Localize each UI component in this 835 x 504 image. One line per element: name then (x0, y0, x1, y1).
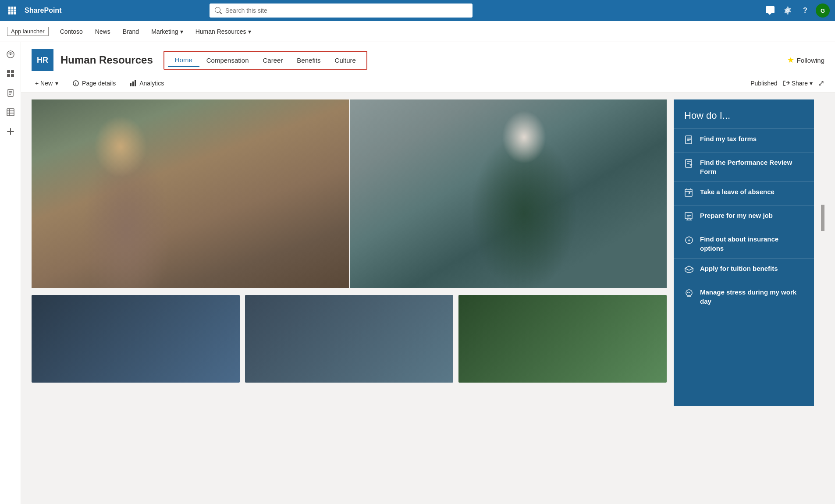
new-label: + New (35, 80, 53, 87)
svg-rect-7 (11, 12, 14, 14)
tax-forms-icon (684, 135, 694, 147)
main-content: HR Human Resources Home Compensation Car… (21, 42, 835, 504)
settings-icon[interactable] (781, 4, 795, 18)
new-chevron-icon: ▾ (55, 80, 58, 87)
table-icon[interactable] (2, 103, 19, 121)
right-panel-item-tuition[interactable]: Apply for tuition benefits (674, 258, 814, 282)
analytics-icon (130, 80, 137, 87)
person-left-bg (32, 99, 349, 288)
nav-brand[interactable]: Brand (117, 21, 145, 42)
svg-rect-27 (686, 136, 692, 144)
hero-images: Take the employee poll Interviewing: How… (32, 99, 667, 288)
following-button[interactable]: ★ Following (787, 55, 824, 65)
analytics-label: Analytics (139, 80, 164, 87)
leave-text: Take a leave of absence (700, 187, 775, 196)
new-button[interactable]: + New ▾ (32, 78, 62, 89)
svg-rect-19 (7, 109, 14, 116)
star-icon: ★ (787, 55, 794, 65)
waffle-icon[interactable] (5, 4, 19, 18)
review-form-text: Find the Performance Review Form (700, 158, 803, 176)
hero-image-right: Interviewing: How to find the right fit … (350, 99, 667, 288)
new-job-icon (684, 212, 694, 224)
app-launcher-button[interactable]: App launcher (7, 27, 49, 36)
svg-rect-11 (7, 70, 10, 73)
svg-point-10 (10, 53, 11, 55)
right-panel-item-leave[interactable]: Take a leave of absence (674, 181, 814, 205)
right-panel-item-tax[interactable]: Find my tax forms (674, 128, 814, 152)
right-panel-item-stress[interactable]: Manage stress during my work day (674, 282, 814, 311)
share-icon (783, 80, 790, 87)
review-form-icon (684, 159, 694, 170)
new-job-text: Prepare for my new job (700, 211, 773, 220)
sharepoint-logo: SharePoint (25, 7, 61, 14)
tab-career[interactable]: Career (256, 54, 290, 67)
nav-human-resources[interactable]: Human Resources ▾ (189, 21, 257, 42)
page-details-label: Page details (82, 80, 116, 87)
page-layout: HR Human Resources Home Compensation Car… (0, 42, 835, 504)
svg-rect-6 (8, 12, 11, 14)
toolbar: + New ▾ Page details Analytics Published… (21, 75, 835, 92)
hero-section: Take the employee poll Interviewing: How… (32, 99, 667, 383)
site-title: Human Resources (60, 54, 153, 66)
following-label: Following (797, 57, 824, 64)
published-badge: Published (750, 80, 778, 87)
nav-contoso[interactable]: Contoso (54, 21, 89, 42)
tab-home[interactable]: Home (168, 53, 199, 67)
stress-text: Manage stress during my work day (700, 287, 803, 306)
bottom-card-3[interactable] (458, 295, 667, 383)
tuition-text: Apply for tuition benefits (700, 264, 778, 273)
tuition-icon (684, 265, 694, 277)
hr-site-logo: HR (32, 49, 53, 71)
right-panel-title: How do I... (674, 99, 814, 128)
person-right-bg (350, 99, 667, 288)
content-area: Take the employee poll Interviewing: How… (21, 92, 835, 413)
secondbar: App launcher Contoso News Brand Marketin… (0, 21, 835, 42)
site-header: HR Human Resources Home Compensation Car… (21, 42, 835, 75)
tab-culture[interactable]: Culture (328, 54, 363, 67)
svg-rect-25 (132, 82, 134, 86)
right-panel-item-insurance[interactable]: Find out about insurance options (674, 229, 814, 258)
expand-button[interactable]: ⤢ (818, 78, 824, 88)
marketing-chevron-icon: ▾ (180, 28, 183, 35)
left-sidebar (0, 42, 21, 504)
avatar[interactable]: G (816, 4, 830, 18)
tab-compensation[interactable]: Compensation (199, 54, 256, 67)
svg-rect-3 (8, 10, 11, 12)
search-box[interactable] (210, 4, 473, 18)
leave-icon (684, 188, 694, 200)
document-icon[interactable] (2, 84, 19, 102)
tab-benefits[interactable]: Benefits (290, 54, 327, 67)
chat-icon[interactable] (763, 4, 777, 18)
hero-image-left: Take the employee poll (32, 99, 349, 288)
right-panel-item-newjob[interactable]: Prepare for my new job (674, 205, 814, 229)
svg-rect-2 (14, 7, 16, 9)
analytics-button[interactable]: Analytics (126, 78, 167, 89)
home-icon[interactable] (2, 46, 19, 63)
page-details-icon (72, 80, 79, 87)
site-header-top: HR Human Resources Home Compensation Car… (32, 49, 824, 71)
nav-news[interactable]: News (89, 21, 117, 42)
scrollbar-thumb[interactable] (821, 205, 824, 231)
svg-rect-24 (130, 83, 131, 86)
search-input[interactable] (225, 7, 467, 14)
right-panel: How do I... Find my tax forms Find the P… (674, 99, 814, 406)
svg-rect-0 (8, 7, 11, 9)
help-icon[interactable]: ? (798, 4, 812, 18)
right-panel-item-review[interactable]: Find the Performance Review Form (674, 152, 814, 181)
hr-chevron-icon: ▾ (248, 28, 251, 35)
bottom-card-2[interactable] (245, 295, 453, 383)
search-icon (215, 7, 222, 14)
stress-icon (684, 288, 694, 300)
share-button[interactable]: Share ▾ (783, 80, 813, 87)
grid-icon[interactable] (2, 65, 19, 82)
tax-forms-text: Find my tax forms (700, 134, 757, 143)
svg-rect-8 (14, 12, 16, 14)
site-nav-tabs: Home Compensation Career Benefits Cultur… (163, 51, 367, 70)
page-details-button[interactable]: Page details (69, 78, 119, 89)
secondbar-nav: Contoso News Brand Marketing ▾ Human Res… (54, 21, 257, 42)
topbar: SharePoint ? G (0, 0, 835, 21)
bottom-card-1[interactable] (32, 295, 240, 383)
bottom-cards (32, 295, 667, 383)
nav-marketing[interactable]: Marketing ▾ (145, 21, 189, 42)
add-icon[interactable] (2, 123, 19, 140)
